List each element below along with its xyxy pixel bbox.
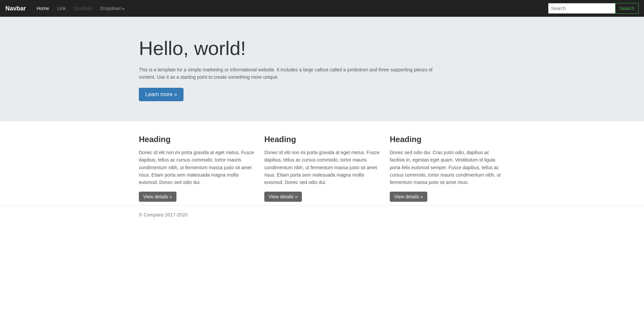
- content-columns: Heading Donec id elit non mi porta gravi…: [131, 135, 513, 202]
- col-2-heading: Heading: [264, 135, 380, 144]
- jumbotron: Hello, world! This is a template for a s…: [0, 17, 644, 121]
- nav-link-dropdown[interactable]: Dropdown: [96, 0, 129, 17]
- col-3-heading: Heading: [390, 135, 505, 144]
- content-col-2: Heading Donec id elit non mi porta gravi…: [264, 135, 380, 202]
- navbar-brand[interactable]: Navbar: [5, 5, 26, 12]
- nav-link-home[interactable]: Home: [33, 0, 53, 17]
- navbar: Navbar Home Link Disabled Dropdown Searc…: [0, 0, 644, 17]
- jumbotron-description: This is a template for a simple marketin…: [139, 66, 434, 81]
- copyright-text: © Company 2017-2020: [139, 212, 187, 217]
- col-1-view-details-button[interactable]: View details »: [139, 192, 176, 202]
- jumbotron-heading: Hello, world!: [139, 37, 505, 59]
- col-2-body: Donec id elit non mi porta gravida at eg…: [264, 149, 380, 186]
- search-input[interactable]: [548, 3, 615, 14]
- col-3-view-details-button[interactable]: View details »: [390, 192, 427, 202]
- navbar-search: Search: [548, 3, 639, 14]
- nav-item-disabled: Disabled: [70, 0, 96, 17]
- footer: © Company 2017-2020: [0, 205, 644, 224]
- learn-more-button[interactable]: Learn more »: [139, 88, 183, 101]
- content-section: Heading Donec id elit non mi porta gravi…: [0, 121, 644, 238]
- col-3-body: Donec sed odio dui. Cras justo odio, dap…: [390, 149, 505, 186]
- nav-item-dropdown: Dropdown: [96, 0, 129, 17]
- nav-item-home: Home: [33, 0, 53, 17]
- nav-item-link: Link: [53, 0, 70, 17]
- col-1-body: Donec id elit non mi porta gravida at eg…: [139, 149, 254, 186]
- search-button[interactable]: Search: [615, 3, 639, 14]
- nav-link-disabled: Disabled: [70, 0, 96, 17]
- content-col-1: Heading Donec id elit non mi porta gravi…: [139, 135, 254, 202]
- content-col-3: Heading Donec sed odio dui. Cras justo o…: [390, 135, 505, 202]
- col-1-heading: Heading: [139, 135, 254, 144]
- col-2-view-details-button[interactable]: View details »: [264, 192, 302, 202]
- nav-link-link[interactable]: Link: [53, 0, 70, 17]
- navbar-nav: Home Link Disabled Dropdown: [33, 0, 548, 17]
